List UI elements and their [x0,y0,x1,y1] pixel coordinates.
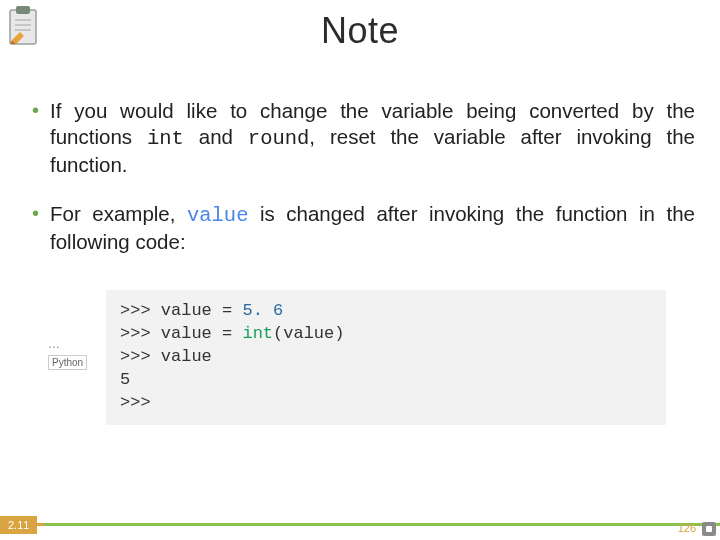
badge-dots: … [48,338,98,350]
bullet-text: and [184,125,248,148]
code-func: int [242,324,273,343]
repl-prompt: >>> [120,301,151,320]
code-line: >>> [120,392,652,415]
code-text: value = [151,301,243,320]
code-line: >>> value = 5. 6 [120,300,652,323]
bullet-text: For example, [50,202,187,225]
code-text: (value) [273,324,344,343]
code-inline: round [248,127,310,150]
badge-label: Python [48,355,87,370]
slide: Note If you would like to change the var… [0,0,720,540]
page-number: 126 [678,522,696,534]
code-text: value [151,347,212,366]
bullet-item: If you would like to change the variable… [30,98,695,179]
corner-icon [702,522,716,536]
code-block: >>> value = 5. 6 >>> value = int(value) … [106,290,666,425]
footer-divider [0,523,720,526]
bullet-item: For example, value is changed after invo… [30,201,695,255]
code-inline: int [147,127,184,150]
python-badge: … Python [48,338,98,370]
bullet-list: If you would like to change the variable… [30,98,695,277]
repl-prompt: >>> [120,347,151,366]
code-line: >>> value [120,346,652,369]
code-inline-value: value [187,204,249,227]
slide-title: Note [0,10,720,52]
code-line: >>> value = int(value) [120,323,652,346]
repl-prompt: >>> [120,393,151,412]
code-output: 5 [120,370,130,389]
repl-prompt: >>> [120,324,151,343]
code-line: 5 [120,369,652,392]
section-number: 2.11 [0,516,37,534]
code-text: value = [151,324,243,343]
code-number: 5. 6 [242,301,283,320]
